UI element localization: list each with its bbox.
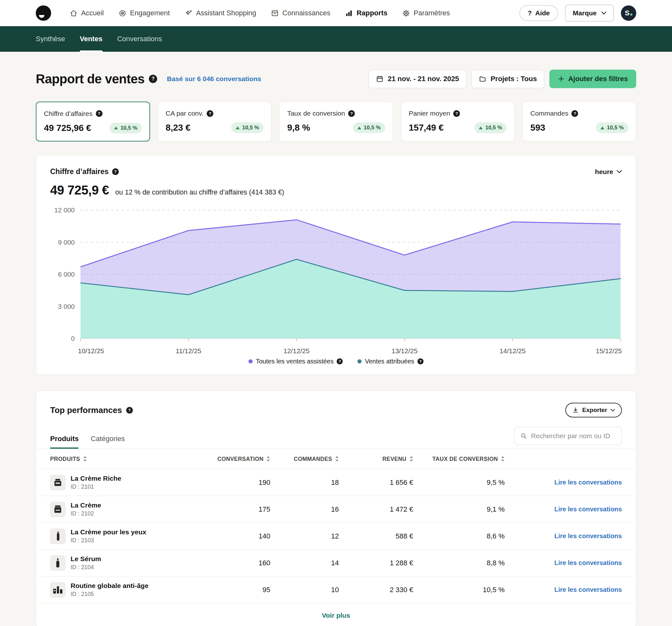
table-footer: Voir plus — [36, 603, 636, 626]
read-conversations-link[interactable]: Lire les conversations — [554, 559, 622, 566]
taux-value: 8,8 % — [413, 559, 505, 567]
subnav-item-conversations[interactable]: Conversations — [117, 26, 162, 52]
commandes-value: 12 — [270, 532, 339, 540]
search-input[interactable] — [531, 432, 616, 440]
subnav-label: Synthèse — [36, 35, 65, 43]
commandes-value: 10 — [270, 586, 339, 594]
read-conversations-link[interactable]: Lire les conversations — [554, 479, 622, 486]
kpi-row: Chiffre d’affaires 49 725,96 € 10,5 % CA… — [36, 101, 636, 142]
subnav-item-ventes[interactable]: Ventes — [80, 26, 102, 52]
nav-item-parametres[interactable]: Paramètres — [402, 9, 450, 17]
help-icon[interactable] — [96, 110, 102, 117]
area-chart[interactable]: 03 0006 0009 00012 00010/12/2511/12/2512… — [50, 205, 622, 355]
product-name: Routine globale anti-âge — [71, 582, 148, 589]
column-header-commandes[interactable]: COMMANDES — [270, 456, 339, 462]
tab-categories[interactable]: Catégories — [91, 435, 124, 449]
help-icon[interactable] — [149, 75, 157, 83]
revenu-value: 1 288 € — [339, 559, 413, 567]
gear-icon — [402, 9, 410, 17]
export-label: Exporter — [582, 407, 607, 414]
chart-value-row: 49 725,9 € ou 12 % de contribution au ch… — [50, 183, 622, 197]
svg-text:12 000: 12 000 — [54, 206, 75, 214]
chart-header: Chiffre d’affaires heure — [50, 167, 622, 176]
subnav-label: Ventes — [80, 35, 102, 43]
nav-item-accueil[interactable]: Accueil — [70, 9, 104, 17]
help-icon[interactable] — [417, 358, 424, 364]
subnav-item-synthese[interactable]: Synthèse — [36, 26, 65, 52]
add-filters-label: Ajouter des filtres — [568, 75, 628, 83]
help-icon[interactable] — [126, 407, 133, 414]
nav-label: Paramètres — [414, 9, 450, 17]
conversation-value: 190 — [193, 478, 270, 487]
legend-item-ventes-assistees: Toutes les ventes assistées — [248, 358, 343, 365]
kpi-label: Taux de conversion — [287, 110, 345, 117]
svg-text:10/12/25: 10/12/25 — [78, 347, 104, 355]
table-row: Le Sérum ID : 2104 160 14 1 288 € 8,8 % … — [36, 550, 636, 577]
help-icon[interactable] — [571, 110, 578, 117]
brand-menu-button[interactable]: Marque — [565, 4, 614, 22]
arrow-up-icon — [600, 126, 604, 129]
column-header-conversation[interactable]: CONVERSATION — [193, 456, 270, 462]
product-name: La Crème — [71, 501, 101, 509]
calendar-icon — [376, 75, 384, 83]
help-icon[interactable] — [453, 110, 460, 117]
conversation-value: 95 — [193, 586, 270, 594]
avatar[interactable]: S — [621, 5, 636, 21]
column-header-produits[interactable]: PRODUITS — [50, 456, 193, 462]
period-selector[interactable]: heure — [595, 168, 622, 176]
svg-text:13/12/25: 13/12/25 — [391, 347, 418, 355]
legend-item-ventes-attribuees: Ventes attribuées — [357, 358, 424, 365]
delta-badge: 10,5 % — [353, 122, 385, 133]
kpi-card-chiffre-affaires[interactable]: Chiffre d’affaires 49 725,96 € 10,5 % — [36, 101, 150, 142]
column-header-revenu[interactable]: REVENU — [339, 456, 413, 462]
legend-label: Toutes les ventes assistées — [256, 358, 333, 365]
app-logo[interactable] — [36, 5, 51, 21]
help-icon[interactable] — [337, 358, 343, 364]
product-cell: La Crème ID : 2102 — [50, 501, 193, 517]
product-cell: La Crème Riche ID : 2101 — [50, 475, 193, 490]
export-button[interactable]: Exporter — [565, 403, 622, 417]
tab-label: Catégories — [91, 435, 124, 443]
kpi-label: Commandes — [530, 110, 568, 117]
projects-filter-button[interactable]: Projets : Tous — [472, 70, 544, 88]
column-label: REVENU — [382, 456, 406, 462]
add-filters-button[interactable]: Ajouter des filtres — [549, 70, 636, 88]
product-name: Le Sérum — [71, 555, 101, 563]
help-button[interactable]: Aide — [519, 5, 558, 21]
based-on-conversations-link[interactable]: Basé sur 6 046 conversations — [167, 75, 261, 83]
commandes-value: 14 — [270, 559, 339, 567]
read-conversations-link[interactable]: Lire les conversations — [554, 506, 622, 513]
chart-legend: Toutes les ventes assistées Ventes attri… — [50, 358, 622, 366]
projects-filter-label: Projets : Tous — [490, 75, 537, 83]
product-name: La Crème Riche — [71, 475, 121, 482]
nav-item-connaissances[interactable]: Connaissances — [271, 9, 330, 17]
date-range-button[interactable]: 21 nov. - 21 nov. 2025 — [368, 70, 466, 88]
nav-item-engagement[interactable]: Engagement — [119, 9, 170, 17]
help-icon[interactable] — [207, 110, 213, 117]
see-more-link[interactable]: Voir plus — [322, 611, 350, 619]
kpi-card-commandes[interactable]: Commandes 593 10,5 % — [522, 101, 636, 142]
nav-item-assistant-shopping[interactable]: Assistant Shopping — [185, 9, 256, 17]
taux-value: 9,5 % — [413, 478, 505, 487]
kpi-value: 157,49 € — [409, 123, 443, 133]
legend-label: Ventes attribuées — [365, 358, 414, 365]
kpi-value: 49 725,96 € — [44, 123, 91, 133]
help-icon[interactable] — [348, 110, 355, 117]
kpi-card-taux-conversion[interactable]: Taux de conversion 9,8 % 10,5 % — [279, 101, 393, 142]
revenu-value: 1 656 € — [339, 478, 413, 487]
kpi-card-panier-moyen[interactable]: Panier moyen 157,49 € 10,5 % — [401, 101, 515, 142]
kpi-card-ca-par-conv[interactable]: CA par conv. 8,23 € 10,5 % — [158, 101, 272, 142]
chart-big-value: 49 725,9 € — [50, 183, 109, 197]
product-id: ID : 2103 — [71, 537, 146, 544]
nav-item-rapports[interactable]: Rapports — [345, 9, 387, 17]
help-icon[interactable] — [112, 168, 119, 175]
taux-value: 8,6 % — [413, 532, 505, 540]
table-card-title: Top performances — [50, 405, 122, 415]
product-cell: Le Sérum ID : 2104 — [50, 555, 193, 571]
product-id: ID : 2102 — [71, 510, 101, 517]
tab-produits[interactable]: Produits — [50, 435, 78, 449]
read-conversations-link[interactable]: Lire les conversations — [554, 532, 622, 539]
avatar-dot — [630, 14, 632, 16]
read-conversations-link[interactable]: Lire les conversations — [554, 586, 622, 593]
column-header-taux-conversion[interactable]: TAUX DE CONVERSION — [413, 456, 505, 462]
